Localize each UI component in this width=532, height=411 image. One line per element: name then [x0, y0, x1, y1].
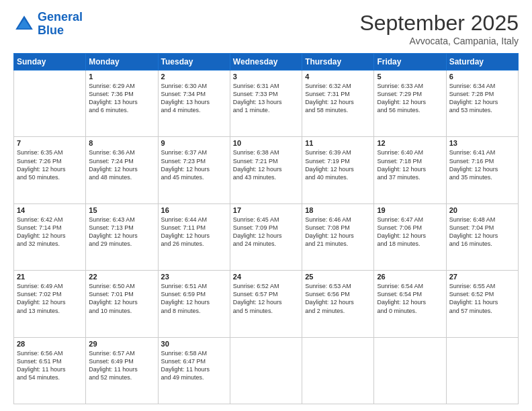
calendar-cell: 22Sunrise: 6:50 AMSunset: 7:01 PMDayligh…: [86, 271, 158, 337]
day-number: 12: [377, 139, 443, 147]
day-number: 15: [89, 206, 154, 214]
cell-info: Sunrise: 6:50 AMSunset: 7:01 PMDaylight:…: [89, 282, 154, 315]
calendar-cell: 2Sunrise: 6:30 AMSunset: 7:34 PMDaylight…: [158, 71, 230, 137]
weekday-header: Thursday: [302, 54, 374, 71]
cell-info: Sunrise: 6:53 AMSunset: 6:56 PMDaylight:…: [305, 282, 371, 315]
calendar-cell: 28Sunrise: 6:56 AMSunset: 6:51 PMDayligh…: [14, 337, 86, 404]
calendar-cell: 26Sunrise: 6:54 AMSunset: 6:54 PMDayligh…: [374, 271, 446, 337]
day-number: 29: [89, 340, 154, 348]
cell-info: Sunrise: 6:36 AMSunset: 7:24 PMDaylight:…: [89, 148, 154, 181]
day-number: 1: [89, 73, 154, 81]
calendar-cell: 17Sunrise: 6:45 AMSunset: 7:09 PMDayligh…: [230, 203, 302, 270]
header: General Blue September 2025 Avvocata, Ca…: [13, 11, 519, 46]
calendar-cell: 29Sunrise: 6:57 AMSunset: 6:49 PMDayligh…: [86, 337, 158, 404]
weekday-header: Sunday: [14, 54, 86, 71]
day-number: 20: [449, 206, 515, 214]
day-number: 10: [233, 139, 299, 147]
day-number: 5: [377, 73, 443, 81]
cell-info: Sunrise: 6:34 AMSunset: 7:28 PMDaylight:…: [449, 82, 515, 115]
calendar-week-row: 7Sunrise: 6:35 AMSunset: 7:26 PMDaylight…: [14, 137, 519, 203]
day-number: 24: [233, 273, 299, 281]
calendar-cell: 6Sunrise: 6:34 AMSunset: 7:28 PMDaylight…: [446, 71, 518, 137]
month-title: September 2025: [359, 11, 519, 36]
calendar-cell: 24Sunrise: 6:52 AMSunset: 6:57 PMDayligh…: [230, 271, 302, 337]
calendar-week-row: 1Sunrise: 6:29 AMSunset: 7:36 PMDaylight…: [14, 71, 519, 137]
calendar-cell: 27Sunrise: 6:55 AMSunset: 6:52 PMDayligh…: [446, 271, 518, 337]
cell-info: Sunrise: 6:29 AMSunset: 7:36 PMDaylight:…: [89, 82, 154, 115]
title-block: September 2025 Avvocata, Campania, Italy: [359, 11, 519, 46]
calendar-cell: [230, 337, 302, 404]
weekday-header: Wednesday: [230, 54, 302, 71]
cell-info: Sunrise: 6:38 AMSunset: 7:21 PMDaylight:…: [233, 148, 299, 181]
calendar-cell: [446, 337, 518, 404]
cell-info: Sunrise: 6:33 AMSunset: 7:29 PMDaylight:…: [377, 82, 443, 115]
calendar-cell: 14Sunrise: 6:42 AMSunset: 7:14 PMDayligh…: [14, 203, 86, 270]
header-row: SundayMondayTuesdayWednesdayThursdayFrid…: [14, 54, 519, 71]
calendar-cell: 25Sunrise: 6:53 AMSunset: 6:56 PMDayligh…: [302, 271, 374, 337]
calendar-cell: 8Sunrise: 6:36 AMSunset: 7:24 PMDaylight…: [86, 137, 158, 203]
calendar-cell: 4Sunrise: 6:32 AMSunset: 7:31 PMDaylight…: [302, 71, 374, 137]
calendar-cell: [14, 71, 86, 137]
calendar-week-row: 14Sunrise: 6:42 AMSunset: 7:14 PMDayligh…: [14, 203, 519, 270]
cell-info: Sunrise: 6:57 AMSunset: 6:49 PMDaylight:…: [89, 349, 154, 382]
day-number: 4: [305, 73, 371, 81]
day-number: 27: [449, 273, 515, 281]
cell-info: Sunrise: 6:32 AMSunset: 7:31 PMDaylight:…: [305, 82, 371, 115]
cell-info: Sunrise: 6:42 AMSunset: 7:14 PMDaylight:…: [17, 216, 83, 248]
cell-info: Sunrise: 6:46 AMSunset: 7:08 PMDaylight:…: [305, 216, 371, 248]
calendar-cell: 7Sunrise: 6:35 AMSunset: 7:26 PMDaylight…: [14, 137, 86, 203]
calendar-cell: 10Sunrise: 6:38 AMSunset: 7:21 PMDayligh…: [230, 137, 302, 203]
calendar-cell: 15Sunrise: 6:43 AMSunset: 7:13 PMDayligh…: [86, 203, 158, 270]
cell-info: Sunrise: 6:58 AMSunset: 6:47 PMDaylight:…: [161, 349, 227, 382]
calendar-cell: 19Sunrise: 6:47 AMSunset: 7:06 PMDayligh…: [374, 203, 446, 270]
cell-info: Sunrise: 6:48 AMSunset: 7:04 PMDaylight:…: [449, 216, 515, 248]
day-number: 9: [161, 139, 227, 147]
logo-text: General Blue: [38, 11, 83, 38]
cell-info: Sunrise: 6:30 AMSunset: 7:34 PMDaylight:…: [161, 82, 227, 115]
calendar-cell: 12Sunrise: 6:40 AMSunset: 7:18 PMDayligh…: [374, 137, 446, 203]
location: Avvocata, Campania, Italy: [359, 36, 519, 46]
calendar-cell: 11Sunrise: 6:39 AMSunset: 7:19 PMDayligh…: [302, 137, 374, 203]
day-number: 7: [17, 139, 83, 147]
day-number: 23: [161, 273, 227, 281]
calendar-cell: [374, 337, 446, 404]
calendar-cell: 13Sunrise: 6:41 AMSunset: 7:16 PMDayligh…: [446, 137, 518, 203]
calendar-cell: 16Sunrise: 6:44 AMSunset: 7:11 PMDayligh…: [158, 203, 230, 270]
calendar-week-row: 28Sunrise: 6:56 AMSunset: 6:51 PMDayligh…: [14, 337, 519, 404]
day-number: 30: [161, 340, 227, 348]
cell-info: Sunrise: 6:31 AMSunset: 7:33 PMDaylight:…: [233, 82, 299, 115]
day-number: 25: [305, 273, 371, 281]
cell-info: Sunrise: 6:44 AMSunset: 7:11 PMDaylight:…: [161, 216, 227, 248]
calendar-cell: 1Sunrise: 6:29 AMSunset: 7:36 PMDaylight…: [86, 71, 158, 137]
day-number: 2: [161, 73, 227, 81]
weekday-header: Saturday: [446, 54, 518, 71]
cell-info: Sunrise: 6:55 AMSunset: 6:52 PMDaylight:…: [449, 282, 515, 315]
day-number: 26: [377, 273, 443, 281]
day-number: 13: [449, 139, 515, 147]
day-number: 6: [449, 73, 515, 81]
logo: General Blue: [13, 11, 83, 38]
day-number: 22: [89, 273, 154, 281]
weekday-header: Monday: [86, 54, 158, 71]
calendar-cell: 20Sunrise: 6:48 AMSunset: 7:04 PMDayligh…: [446, 203, 518, 270]
logo-icon: [13, 13, 35, 35]
cell-info: Sunrise: 6:41 AMSunset: 7:16 PMDaylight:…: [449, 148, 515, 181]
cell-info: Sunrise: 6:43 AMSunset: 7:13 PMDaylight:…: [89, 216, 154, 248]
calendar-cell: 21Sunrise: 6:49 AMSunset: 7:02 PMDayligh…: [14, 271, 86, 337]
calendar-week-row: 21Sunrise: 6:49 AMSunset: 7:02 PMDayligh…: [14, 271, 519, 337]
cell-info: Sunrise: 6:56 AMSunset: 6:51 PMDaylight:…: [17, 349, 83, 382]
day-number: 18: [305, 206, 371, 214]
weekday-header: Friday: [374, 54, 446, 71]
calendar-cell: 18Sunrise: 6:46 AMSunset: 7:08 PMDayligh…: [302, 203, 374, 270]
day-number: 11: [305, 139, 371, 147]
calendar-cell: [302, 337, 374, 404]
day-number: 19: [377, 206, 443, 214]
calendar-cell: 30Sunrise: 6:58 AMSunset: 6:47 PMDayligh…: [158, 337, 230, 404]
cell-info: Sunrise: 6:37 AMSunset: 7:23 PMDaylight:…: [161, 148, 227, 181]
day-number: 8: [89, 139, 154, 147]
day-number: 17: [233, 206, 299, 214]
weekday-header: Tuesday: [158, 54, 230, 71]
day-number: 28: [17, 340, 83, 348]
cell-info: Sunrise: 6:40 AMSunset: 7:18 PMDaylight:…: [377, 148, 443, 181]
day-number: 3: [233, 73, 299, 81]
